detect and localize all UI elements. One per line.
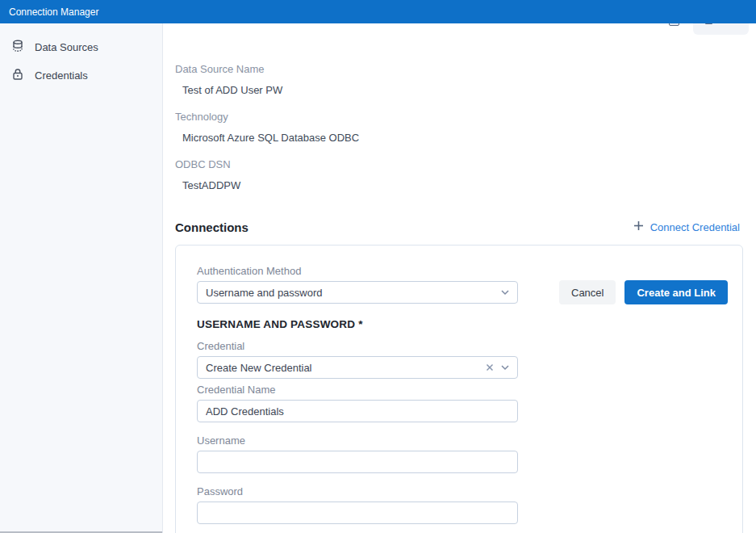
field-label: Data Source Name [175, 63, 756, 75]
password-input[interactable] [197, 502, 518, 524]
connection-manager-window: Connection Manager Data Sources [0, 0, 756, 533]
sidebar-item-label: Credentials [35, 69, 88, 82]
auth-method-select[interactable]: Username and password [197, 281, 518, 304]
field-odbc-dsn: ODBC DSN TestADDPW [175, 158, 756, 191]
field-value: Microsoft Azure SQL Database ODBC [175, 132, 756, 144]
connections-heading: Connections [175, 220, 249, 234]
chevron-down-icon [500, 287, 510, 300]
database-icon [11, 40, 24, 55]
plus-icon [633, 220, 644, 234]
cropped-button-icon [705, 23, 712, 24]
auth-method-value: Username and password [206, 287, 323, 299]
credential-group: Credential Create New Credential [197, 340, 728, 379]
cropped-toolbar-icon[interactable] [669, 23, 679, 26]
cropped-toolbar-button[interactable] [693, 23, 749, 35]
credential-name-label: Credential Name [197, 384, 728, 396]
username-group: Username [197, 434, 728, 473]
chevron-down-icon [500, 363, 510, 375]
sidebar-item-data-sources[interactable]: Data Sources [0, 33, 162, 61]
field-label: Technology [175, 111, 756, 123]
password-group: Password [197, 485, 728, 524]
create-and-link-button[interactable]: Create and Link [624, 280, 728, 304]
username-label: Username [197, 434, 728, 447]
auth-method-group: Authentication Method Username and passw… [197, 265, 518, 304]
username-password-section-title: USERNAME AND PASSWORD * [197, 318, 728, 330]
data-source-details: Data Source Name Test of ADD User PW Tec… [163, 23, 756, 191]
lock-icon [11, 68, 24, 83]
app-header: Connection Manager [0, 0, 756, 23]
field-data-source-name: Data Source Name Test of ADD User PW [175, 63, 756, 96]
credential-name-group: Credential Name [197, 384, 728, 422]
field-value: Test of ADD User PW [175, 84, 756, 96]
auth-method-label: Authentication Method [197, 265, 518, 277]
password-label: Password [197, 485, 728, 497]
app-title: Connection Manager [9, 6, 98, 18]
credential-label: Credential [197, 340, 728, 352]
cancel-button[interactable]: Cancel [559, 280, 616, 304]
field-value: TestADDPW [175, 179, 756, 191]
field-label: ODBC DSN [175, 158, 756, 170]
username-input[interactable] [197, 451, 518, 473]
credential-select[interactable]: Create New Credential [197, 356, 518, 379]
connect-credential-link[interactable]: Connect Credential [633, 220, 740, 234]
sidebar-item-label: Data Sources [35, 41, 98, 53]
sidebar-item-credentials[interactable]: Credentials [0, 61, 162, 90]
main-content: Data Source Name Test of ADD User PW Tec… [163, 23, 756, 533]
connect-credential-label: Connect Credential [650, 221, 740, 233]
credential-value: Create New Credential [206, 362, 312, 374]
field-technology: Technology Microsoft Azure SQL Database … [175, 111, 756, 144]
clear-x-icon[interactable] [485, 363, 495, 375]
sidebar: Data Sources Credentials [0, 23, 163, 533]
credential-name-input[interactable] [197, 400, 518, 422]
connection-form-panel: Authentication Method Username and passw… [175, 245, 743, 533]
